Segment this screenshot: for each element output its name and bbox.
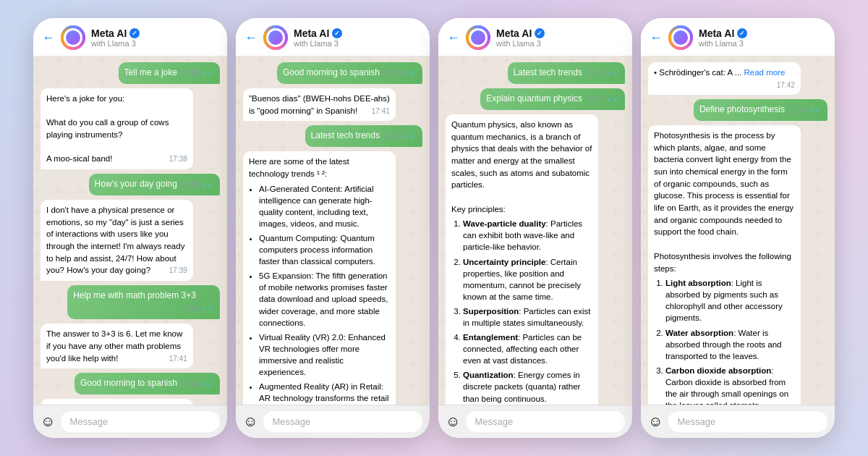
chat-footer-2: ☺ Message xyxy=(236,405,430,438)
avatar-1 xyxy=(61,25,85,50)
emoji-button-4[interactable]: ☺ xyxy=(648,413,663,430)
header-name-2: Meta AI ✓ xyxy=(294,28,421,39)
message-input-1[interactable]: Message xyxy=(61,411,220,432)
chat-area-3: Latest tech trends 17:42 ✓✓ Explain quan… xyxy=(438,56,632,405)
time-5: 17:41 ✓✓ xyxy=(182,303,214,315)
emoji-button-2[interactable]: ☺ xyxy=(243,413,258,430)
back-button-1[interactable]: ← xyxy=(42,30,55,46)
header-name-4: Meta AI ✓ xyxy=(699,28,826,39)
msg-gms-2: Good morning to spanish 17:41 ✓✓ xyxy=(277,62,422,84)
header-sub-3: with Llama 3 xyxy=(496,39,624,48)
msg-tell-joke: Tell me a joke 17:38 ✓✓ xyxy=(119,62,220,84)
time-2: 17:38 xyxy=(169,154,187,165)
header-text-3: Meta AI ✓ with Llama 3 xyxy=(496,28,624,48)
chat-area-2: Good morning to spanish 17:41 ✓✓ "Buenos… xyxy=(236,56,430,405)
chat-header-2: ← Meta AI ✓ with Llama 3 xyxy=(236,18,430,56)
chat-area-4: • Schrödinger's cat: A ... Read more 17:… xyxy=(641,56,835,405)
verified-badge-1: ✓ xyxy=(129,28,140,38)
msg-goodmorning: Good morning to spanish 17:41 ✓✓ xyxy=(75,373,220,394)
time-1: 17:38 ✓✓ xyxy=(182,68,214,80)
avatar-2 xyxy=(263,25,288,50)
header-sub-1: with Llama 3 xyxy=(91,39,218,48)
verified-badge-4: ✓ xyxy=(737,28,747,38)
time-6: 17:41 xyxy=(169,354,187,365)
chat-header-3: ← Meta AI ✓ with Llama 3 xyxy=(438,18,632,56)
message-input-4[interactable]: Message xyxy=(668,411,827,432)
verified-badge-3: ✓ xyxy=(535,28,545,38)
chat-footer-1: ☺ Message xyxy=(33,405,227,438)
message-input-2[interactable]: Message xyxy=(263,411,422,432)
phone-4: ← Meta AI ✓ with Llama 3 • Schrödinger's… xyxy=(641,18,835,438)
msg-explain-quantum: Explain quantum physics 17:42 ✓✓ xyxy=(480,88,625,110)
msg-math-reply: The answer to 3+3 is 6. Let me know if y… xyxy=(41,324,193,368)
msg-howsday: How's your day going 17:39 ✓✓ xyxy=(89,174,220,195)
phone-1: ← Meta AI ✓ with Llama 3 Tell me a joke … xyxy=(33,18,227,438)
header-name-3: Meta AI ✓ xyxy=(496,28,624,39)
header-text-2: Meta AI ✓ with Llama 3 xyxy=(294,28,421,48)
phone-3: ← Meta AI ✓ with Llama 3 Latest tech tre… xyxy=(438,18,632,438)
header-name-1: Meta AI ✓ xyxy=(91,28,218,39)
msg-joke-reply: Here's a joke for you: What do you call … xyxy=(41,88,193,169)
avatar-3 xyxy=(466,25,490,50)
msg-define-photo: Define photosynthesis 17:43 ✓✓ xyxy=(694,99,827,121)
msg-latest-tech-reply: Here are some of the latest technology t… xyxy=(243,151,396,405)
phone-2: ← Meta AI ✓ with Llama 3 Good morning to… xyxy=(236,18,430,438)
time-2-3: 17:42 ✓✓ xyxy=(384,131,417,143)
msg-mathhelp: Help me with math problem 3+3 17:41 ✓✓ xyxy=(67,285,220,319)
back-button-4[interactable]: ← xyxy=(650,30,663,46)
time-7: 17:41 ✓✓ xyxy=(182,379,214,390)
time-3: 17:39 ✓✓ xyxy=(182,180,214,191)
msg-latest-tech-user: Latest tech trends 17:42 ✓✓ xyxy=(305,125,422,147)
time-4: 17:39 xyxy=(169,266,187,276)
chat-area-1: Tell me a joke 17:38 ✓✓ Here's a joke fo… xyxy=(33,56,227,405)
msg-schrodinger-top: • Schrödinger's cat: A ... Read more 17:… xyxy=(648,62,801,95)
time-3-1: 17:42 ✓✓ xyxy=(587,68,619,80)
time-3-2: 17:42 ✓✓ xyxy=(587,94,619,106)
msg-latest-tech-3: Latest tech trends 17:42 ✓✓ xyxy=(508,62,625,84)
chat-footer-4: ☺ Message xyxy=(641,405,835,438)
time-4-1: 17:42 xyxy=(777,80,795,91)
chat-header-1: ← Meta AI ✓ with Llama 3 xyxy=(33,18,227,56)
header-text-4: Meta AI ✓ with Llama 3 xyxy=(699,28,826,48)
time-4-2: 17:43 ✓✓ xyxy=(789,105,822,117)
emoji-button-1[interactable]: ☺ xyxy=(41,413,55,430)
header-text-1: Meta AI ✓ with Llama 3 xyxy=(91,28,218,48)
emoji-button-3[interactable]: ☺ xyxy=(446,413,460,430)
avatar-4 xyxy=(668,25,693,50)
header-sub-2: with Llama 3 xyxy=(294,39,421,48)
read-more-4-top[interactable]: Read more xyxy=(744,68,785,77)
message-input-3[interactable]: Message xyxy=(466,411,625,432)
msg-quantum-reply: Quantum physics, also known as quantum m… xyxy=(446,114,598,405)
back-button-3[interactable]: ← xyxy=(447,30,460,46)
back-button-2[interactable]: ← xyxy=(244,30,258,46)
time-2-2: 17:41 xyxy=(372,106,390,117)
msg-goodmorning-reply: "Buenos dias" (BWEH-nohs DEE-ahs) is "go… xyxy=(41,399,193,405)
chat-header-4: ← Meta AI ✓ with Llama 3 xyxy=(641,18,835,56)
chat-footer-3: ☺ Message xyxy=(438,405,632,438)
header-sub-4: with Llama 3 xyxy=(699,39,826,48)
time-2-1: 17:41 ✓✓ xyxy=(384,68,417,80)
msg-photo-reply: Photosynthesis is the process by which p… xyxy=(648,125,801,405)
msg-howsday-reply: I don't have a physical presence or emot… xyxy=(41,200,193,281)
verified-badge-2: ✓ xyxy=(332,28,342,38)
msg-gms-reply-2: "Buenos dias" (BWEH-nohs DEE-ahs) is "go… xyxy=(243,88,396,121)
